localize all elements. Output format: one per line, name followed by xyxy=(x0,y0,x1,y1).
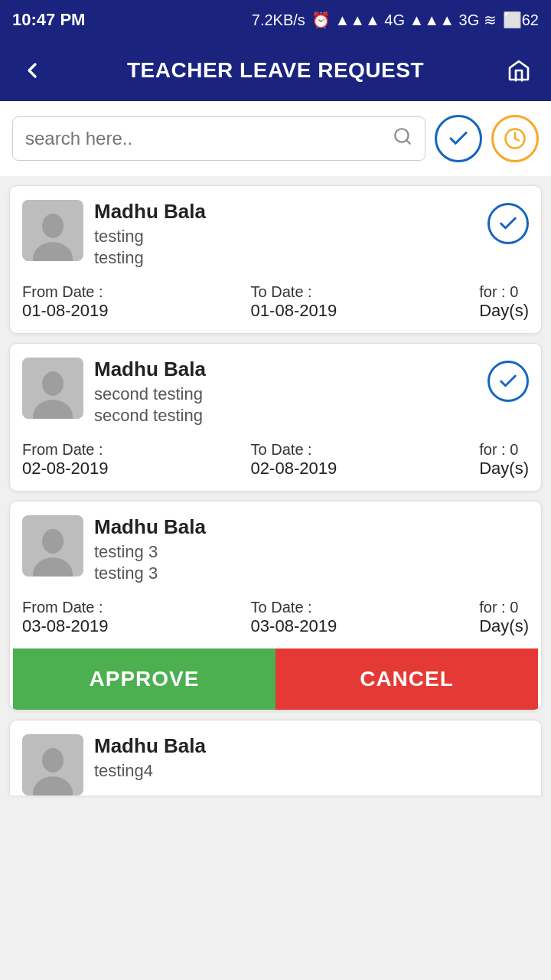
from-label-3: From Date : xyxy=(22,599,109,616)
to-label-2: To Date : xyxy=(251,441,337,459)
for-block-3: for : 0 Day(s) xyxy=(479,599,529,636)
back-button[interactable] xyxy=(15,54,49,87)
card-desc2-3: testing 3 xyxy=(94,564,529,583)
svg-point-9 xyxy=(42,748,64,773)
card-info-4: Madhu Bala testing4 xyxy=(94,734,529,782)
card-desc2-1: testing xyxy=(94,248,477,268)
svg-point-4 xyxy=(33,242,73,261)
status-time: 10:47 PM xyxy=(12,10,85,30)
card-name-3: Madhu Bala xyxy=(94,515,529,539)
for-unit-1: Day(s) xyxy=(479,301,529,321)
svg-point-3 xyxy=(42,214,64,238)
from-date-1: 01-08-2019 xyxy=(22,301,109,321)
from-label-2: From Date : xyxy=(22,441,109,459)
card-desc1-2: second testing xyxy=(94,384,477,404)
approve-button[interactable]: APPROVE xyxy=(13,648,276,710)
to-date-block-2: To Date : 02-08-2019 xyxy=(251,441,337,479)
card-desc1-3: testing 3 xyxy=(94,542,529,562)
cards-container: Madhu Bala testing testing From Date : 0… xyxy=(0,185,551,795)
svg-point-10 xyxy=(33,776,73,795)
for-block-1: for : 0 Day(s) xyxy=(479,283,529,321)
for-label-3: for : 0 xyxy=(479,599,529,616)
from-date-3: 03-08-2019 xyxy=(22,616,109,636)
card-name-4: Madhu Bala xyxy=(94,734,529,758)
avatar-1 xyxy=(22,200,83,261)
search-input[interactable] xyxy=(25,128,393,149)
card-info-2: Madhu Bala second testing second testing xyxy=(94,358,477,426)
to-date-3: 03-08-2019 xyxy=(251,616,337,636)
card-desc2-2: second testing xyxy=(94,406,477,426)
for-unit-3: Day(s) xyxy=(479,616,529,636)
home-button[interactable] xyxy=(502,54,536,87)
for-unit-2: Day(s) xyxy=(479,459,529,479)
svg-point-6 xyxy=(33,400,73,419)
card-desc1-4: testing4 xyxy=(94,761,529,781)
battery: ⬜62 xyxy=(503,11,539,29)
card-dates-3: From Date : 03-08-2019 To Date : 03-08-2… xyxy=(22,596,529,636)
cancel-button[interactable]: CANCEL xyxy=(276,648,538,710)
leave-card-1: Madhu Bala testing testing From Date : 0… xyxy=(9,185,542,334)
action-buttons: APPROVE CANCEL xyxy=(13,648,538,710)
search-icon xyxy=(393,126,412,151)
card-name-1: Madhu Bala xyxy=(94,200,477,224)
status-icon-2[interactable] xyxy=(487,361,529,402)
page-title: TEACHER LEAVE REQUEST xyxy=(49,58,502,83)
card-info-1: Madhu Bala testing testing xyxy=(94,200,477,268)
approved-filter-button[interactable] xyxy=(435,115,482,162)
to-label-3: To Date : xyxy=(251,599,337,616)
avatar-2 xyxy=(22,358,83,419)
for-label-1: for : 0 xyxy=(479,283,529,301)
status-bar: 10:47 PM 7.2KB/s ⏰ ▲▲▲ 4G ▲▲▲ 3G ≋ ⬜62 xyxy=(0,0,551,40)
from-date-2: 02-08-2019 xyxy=(22,459,109,479)
svg-point-5 xyxy=(42,371,64,396)
card-info-3: Madhu Bala testing 3 testing 3 xyxy=(94,515,529,583)
from-label-1: From Date : xyxy=(22,283,109,301)
svg-line-1 xyxy=(406,140,410,144)
card-name-2: Madhu Bala xyxy=(94,358,477,381)
to-date-1: 01-08-2019 xyxy=(251,301,337,321)
search-box[interactable] xyxy=(12,116,425,161)
network-speed: 7.2KB/s xyxy=(252,11,305,29)
from-date-block-1: From Date : 01-08-2019 xyxy=(22,283,109,321)
pending-filter-button[interactable] xyxy=(491,115,539,162)
for-block-2: for : 0 Day(s) xyxy=(479,441,529,479)
leave-card-4-partial: Madhu Bala testing4 xyxy=(9,720,542,795)
for-label-2: for : 0 xyxy=(479,441,529,459)
status-icon-1[interactable] xyxy=(487,203,529,244)
signal-icons: ⏰ ▲▲▲ 4G ▲▲▲ 3G ≋ xyxy=(311,11,497,29)
search-container xyxy=(0,101,551,176)
avatar-3 xyxy=(22,515,83,577)
from-date-block-3: From Date : 03-08-2019 xyxy=(22,599,109,636)
to-date-2: 02-08-2019 xyxy=(251,459,337,479)
svg-point-7 xyxy=(42,529,64,554)
leave-card-3: Madhu Bala testing 3 testing 3 From Date… xyxy=(9,501,542,710)
to-date-block-3: To Date : 03-08-2019 xyxy=(251,599,337,636)
page-header: TEACHER LEAVE REQUEST xyxy=(0,40,551,101)
svg-point-8 xyxy=(33,557,73,577)
card-dates-1: From Date : 01-08-2019 To Date : 01-08-2… xyxy=(22,280,529,321)
card-dates-2: From Date : 02-08-2019 To Date : 02-08-2… xyxy=(22,438,529,479)
status-right: 7.2KB/s ⏰ ▲▲▲ 4G ▲▲▲ 3G ≋ ⬜62 xyxy=(252,11,539,29)
card-desc1-1: testing xyxy=(94,227,477,247)
to-date-block-1: To Date : 01-08-2019 xyxy=(251,283,337,321)
leave-card-2: Madhu Bala second testing second testing… xyxy=(9,343,542,492)
from-date-block-2: From Date : 02-08-2019 xyxy=(22,441,109,479)
to-label-1: To Date : xyxy=(251,283,337,301)
avatar-4 xyxy=(22,734,83,795)
